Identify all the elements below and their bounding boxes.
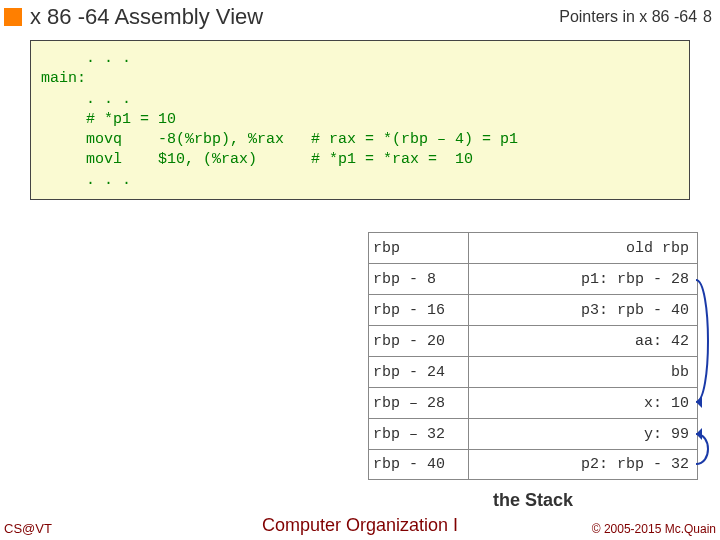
stack-row: rbp – 32 y: 99 bbox=[368, 418, 698, 449]
stack-offset: rbp – 28 bbox=[368, 387, 468, 418]
stack-row: rbp – 28 x: 10 bbox=[368, 387, 698, 418]
footer-right: © 2005-2015 Mc.Quain bbox=[592, 522, 716, 536]
header-left: x 86 -64 Assembly View bbox=[4, 4, 263, 30]
stack-value: x: 10 bbox=[468, 387, 698, 418]
assembly-code-block: . . . main: . . . # *p1 = 10 movq -8(%rb… bbox=[30, 40, 690, 200]
stack-offset: rbp bbox=[368, 232, 468, 263]
stack-value: p3: rpb - 40 bbox=[468, 294, 698, 325]
stack-value: aa: 42 bbox=[468, 325, 698, 356]
footer-left: CS@VT bbox=[4, 521, 52, 536]
stack-row: rbp - 20 aa: 42 bbox=[368, 325, 698, 356]
slide-topic: Pointers in x 86 -64 bbox=[559, 8, 697, 26]
stack-offset: rbp - 40 bbox=[368, 449, 468, 480]
stack-value: p2: rbp - 32 bbox=[468, 449, 698, 480]
header-right: Pointers in x 86 -64 8 bbox=[559, 8, 712, 26]
stack-row: rbp - 24 bb bbox=[368, 356, 698, 387]
stack-offset: rbp - 20 bbox=[368, 325, 468, 356]
stack-value: old rbp bbox=[468, 232, 698, 263]
slide-header: x 86 -64 Assembly View Pointers in x 86 … bbox=[0, 0, 720, 36]
footer-center: Computer Organization I bbox=[262, 515, 458, 536]
stack-offset: rbp - 24 bbox=[368, 356, 468, 387]
stack-table: rbp old rbp rbp - 8 p1: rbp - 28 rbp - 1… bbox=[368, 232, 698, 480]
stack-offset: rbp - 16 bbox=[368, 294, 468, 325]
slide-number: 8 bbox=[703, 8, 712, 26]
stack-row: rbp - 16 p3: rpb - 40 bbox=[368, 294, 698, 325]
stack-value: y: 99 bbox=[468, 418, 698, 449]
stack-offset: rbp – 32 bbox=[368, 418, 468, 449]
slide-title: x 86 -64 Assembly View bbox=[30, 4, 263, 30]
stack-row: rbp old rbp bbox=[368, 232, 698, 263]
stack-row: rbp - 40 p2: rbp - 32 bbox=[368, 449, 698, 480]
title-bullet-icon bbox=[4, 8, 22, 26]
stack-row: rbp - 8 p1: rbp - 28 bbox=[368, 263, 698, 294]
stack-value: bb bbox=[468, 356, 698, 387]
stack-label: the Stack bbox=[368, 490, 698, 511]
stack-offset: rbp - 8 bbox=[368, 263, 468, 294]
stack-value: p1: rbp - 28 bbox=[468, 263, 698, 294]
